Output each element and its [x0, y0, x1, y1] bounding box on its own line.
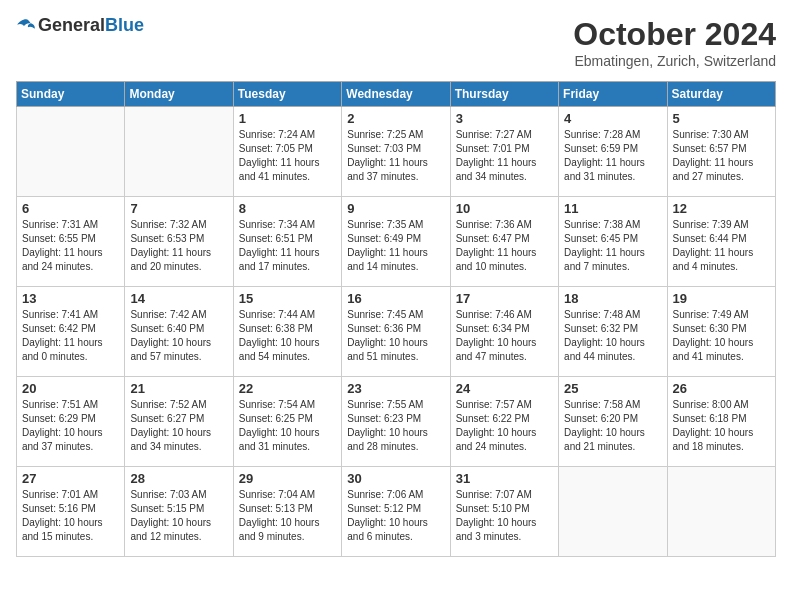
day-info: Sunrise: 7:57 AM Sunset: 6:22 PM Dayligh…	[456, 398, 553, 454]
calendar-cell: 20Sunrise: 7:51 AM Sunset: 6:29 PM Dayli…	[17, 377, 125, 467]
day-number: 8	[239, 201, 336, 216]
logo-text: GeneralBlue	[38, 16, 144, 36]
day-number: 1	[239, 111, 336, 126]
day-header-monday: Monday	[125, 82, 233, 107]
calendar-week-3: 13Sunrise: 7:41 AM Sunset: 6:42 PM Dayli…	[17, 287, 776, 377]
calendar-cell: 3Sunrise: 7:27 AM Sunset: 7:01 PM Daylig…	[450, 107, 558, 197]
calendar-cell: 28Sunrise: 7:03 AM Sunset: 5:15 PM Dayli…	[125, 467, 233, 557]
day-info: Sunrise: 7:28 AM Sunset: 6:59 PM Dayligh…	[564, 128, 661, 184]
calendar-cell: 16Sunrise: 7:45 AM Sunset: 6:36 PM Dayli…	[342, 287, 450, 377]
day-info: Sunrise: 7:30 AM Sunset: 6:57 PM Dayligh…	[673, 128, 770, 184]
day-info: Sunrise: 7:24 AM Sunset: 7:05 PM Dayligh…	[239, 128, 336, 184]
day-header-tuesday: Tuesday	[233, 82, 341, 107]
day-number: 20	[22, 381, 119, 396]
day-number: 6	[22, 201, 119, 216]
day-info: Sunrise: 7:31 AM Sunset: 6:55 PM Dayligh…	[22, 218, 119, 274]
calendar-cell: 7Sunrise: 7:32 AM Sunset: 6:53 PM Daylig…	[125, 197, 233, 287]
calendar-cell: 18Sunrise: 7:48 AM Sunset: 6:32 PM Dayli…	[559, 287, 667, 377]
calendar-cell: 21Sunrise: 7:52 AM Sunset: 6:27 PM Dayli…	[125, 377, 233, 467]
page-header: GeneralBlue October 2024 Ebmatingen, Zur…	[16, 16, 776, 69]
day-info: Sunrise: 7:58 AM Sunset: 6:20 PM Dayligh…	[564, 398, 661, 454]
day-info: Sunrise: 7:25 AM Sunset: 7:03 PM Dayligh…	[347, 128, 444, 184]
calendar-cell: 5Sunrise: 7:30 AM Sunset: 6:57 PM Daylig…	[667, 107, 775, 197]
day-header-thursday: Thursday	[450, 82, 558, 107]
calendar-cell: 25Sunrise: 7:58 AM Sunset: 6:20 PM Dayli…	[559, 377, 667, 467]
day-number: 21	[130, 381, 227, 396]
calendar-week-2: 6Sunrise: 7:31 AM Sunset: 6:55 PM Daylig…	[17, 197, 776, 287]
day-header-saturday: Saturday	[667, 82, 775, 107]
calendar-week-5: 27Sunrise: 7:01 AM Sunset: 5:16 PM Dayli…	[17, 467, 776, 557]
day-number: 27	[22, 471, 119, 486]
day-number: 16	[347, 291, 444, 306]
day-number: 5	[673, 111, 770, 126]
calendar-cell: 26Sunrise: 8:00 AM Sunset: 6:18 PM Dayli…	[667, 377, 775, 467]
day-info: Sunrise: 7:51 AM Sunset: 6:29 PM Dayligh…	[22, 398, 119, 454]
calendar-cell: 2Sunrise: 7:25 AM Sunset: 7:03 PM Daylig…	[342, 107, 450, 197]
calendar-table: SundayMondayTuesdayWednesdayThursdayFrid…	[16, 81, 776, 557]
day-info: Sunrise: 7:32 AM Sunset: 6:53 PM Dayligh…	[130, 218, 227, 274]
calendar-cell: 11Sunrise: 7:38 AM Sunset: 6:45 PM Dayli…	[559, 197, 667, 287]
day-number: 29	[239, 471, 336, 486]
day-number: 22	[239, 381, 336, 396]
day-number: 4	[564, 111, 661, 126]
day-info: Sunrise: 7:03 AM Sunset: 5:15 PM Dayligh…	[130, 488, 227, 544]
day-info: Sunrise: 8:00 AM Sunset: 6:18 PM Dayligh…	[673, 398, 770, 454]
calendar-cell: 1Sunrise: 7:24 AM Sunset: 7:05 PM Daylig…	[233, 107, 341, 197]
month-title: October 2024	[573, 16, 776, 53]
day-info: Sunrise: 7:01 AM Sunset: 5:16 PM Dayligh…	[22, 488, 119, 544]
calendar-cell: 10Sunrise: 7:36 AM Sunset: 6:47 PM Dayli…	[450, 197, 558, 287]
day-info: Sunrise: 7:54 AM Sunset: 6:25 PM Dayligh…	[239, 398, 336, 454]
day-number: 31	[456, 471, 553, 486]
calendar-cell: 31Sunrise: 7:07 AM Sunset: 5:10 PM Dayli…	[450, 467, 558, 557]
calendar-header-row: SundayMondayTuesdayWednesdayThursdayFrid…	[17, 82, 776, 107]
day-number: 26	[673, 381, 770, 396]
day-info: Sunrise: 7:34 AM Sunset: 6:51 PM Dayligh…	[239, 218, 336, 274]
day-number: 10	[456, 201, 553, 216]
day-number: 18	[564, 291, 661, 306]
calendar-week-4: 20Sunrise: 7:51 AM Sunset: 6:29 PM Dayli…	[17, 377, 776, 467]
day-info: Sunrise: 7:46 AM Sunset: 6:34 PM Dayligh…	[456, 308, 553, 364]
day-info: Sunrise: 7:44 AM Sunset: 6:38 PM Dayligh…	[239, 308, 336, 364]
calendar-cell: 19Sunrise: 7:49 AM Sunset: 6:30 PM Dayli…	[667, 287, 775, 377]
calendar-cell: 23Sunrise: 7:55 AM Sunset: 6:23 PM Dayli…	[342, 377, 450, 467]
day-info: Sunrise: 7:06 AM Sunset: 5:12 PM Dayligh…	[347, 488, 444, 544]
day-info: Sunrise: 7:36 AM Sunset: 6:47 PM Dayligh…	[456, 218, 553, 274]
day-header-friday: Friday	[559, 82, 667, 107]
calendar-cell: 30Sunrise: 7:06 AM Sunset: 5:12 PM Dayli…	[342, 467, 450, 557]
calendar-cell: 29Sunrise: 7:04 AM Sunset: 5:13 PM Dayli…	[233, 467, 341, 557]
calendar-cell: 6Sunrise: 7:31 AM Sunset: 6:55 PM Daylig…	[17, 197, 125, 287]
title-block: October 2024 Ebmatingen, Zurich, Switzer…	[573, 16, 776, 69]
day-info: Sunrise: 7:27 AM Sunset: 7:01 PM Dayligh…	[456, 128, 553, 184]
calendar-cell: 17Sunrise: 7:46 AM Sunset: 6:34 PM Dayli…	[450, 287, 558, 377]
calendar-cell	[559, 467, 667, 557]
day-header-wednesday: Wednesday	[342, 82, 450, 107]
day-info: Sunrise: 7:52 AM Sunset: 6:27 PM Dayligh…	[130, 398, 227, 454]
day-number: 12	[673, 201, 770, 216]
day-number: 30	[347, 471, 444, 486]
day-number: 15	[239, 291, 336, 306]
day-number: 13	[22, 291, 119, 306]
calendar-week-1: 1Sunrise: 7:24 AM Sunset: 7:05 PM Daylig…	[17, 107, 776, 197]
day-number: 7	[130, 201, 227, 216]
calendar-cell	[667, 467, 775, 557]
day-info: Sunrise: 7:42 AM Sunset: 6:40 PM Dayligh…	[130, 308, 227, 364]
day-info: Sunrise: 7:38 AM Sunset: 6:45 PM Dayligh…	[564, 218, 661, 274]
day-info: Sunrise: 7:55 AM Sunset: 6:23 PM Dayligh…	[347, 398, 444, 454]
day-info: Sunrise: 7:35 AM Sunset: 6:49 PM Dayligh…	[347, 218, 444, 274]
calendar-cell: 24Sunrise: 7:57 AM Sunset: 6:22 PM Dayli…	[450, 377, 558, 467]
location: Ebmatingen, Zurich, Switzerland	[573, 53, 776, 69]
calendar-cell: 27Sunrise: 7:01 AM Sunset: 5:16 PM Dayli…	[17, 467, 125, 557]
day-number: 9	[347, 201, 444, 216]
day-number: 28	[130, 471, 227, 486]
logo-bird-icon	[16, 18, 36, 34]
day-number: 14	[130, 291, 227, 306]
day-info: Sunrise: 7:45 AM Sunset: 6:36 PM Dayligh…	[347, 308, 444, 364]
calendar-cell: 8Sunrise: 7:34 AM Sunset: 6:51 PM Daylig…	[233, 197, 341, 287]
calendar-cell: 4Sunrise: 7:28 AM Sunset: 6:59 PM Daylig…	[559, 107, 667, 197]
day-header-sunday: Sunday	[17, 82, 125, 107]
day-info: Sunrise: 7:04 AM Sunset: 5:13 PM Dayligh…	[239, 488, 336, 544]
day-number: 17	[456, 291, 553, 306]
calendar-cell: 14Sunrise: 7:42 AM Sunset: 6:40 PM Dayli…	[125, 287, 233, 377]
calendar-cell: 13Sunrise: 7:41 AM Sunset: 6:42 PM Dayli…	[17, 287, 125, 377]
calendar-cell: 12Sunrise: 7:39 AM Sunset: 6:44 PM Dayli…	[667, 197, 775, 287]
